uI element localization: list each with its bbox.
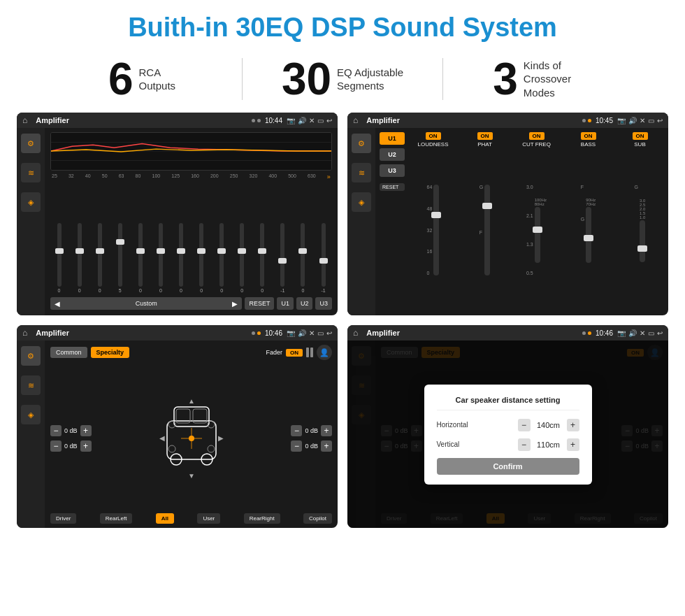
status-title-2: Amplifier [366,116,578,124]
dialog-vertical-label: Vertical [437,440,460,448]
preset-u1[interactable]: U1 [380,132,405,145]
sub-freq: G [635,185,638,275]
fader-content: Common Specialty Fader ON 👤 [45,341,338,528]
phat-slider[interactable] [484,185,490,275]
eq-slider-1: 0 [50,223,68,293]
home-icon-4[interactable]: ⌂ [353,328,358,338]
channel-cutfreq: ON CUT FREQ 3.02.11.30.5 100Hz80Hz [512,132,561,311]
eq-sidebar-btn-2[interactable]: ≋ [21,163,41,182]
dialog-vertical-row: Vertical − 110cm + [437,438,579,451]
horizontal-minus[interactable]: − [518,419,531,431]
fader-fl-row: − 0 dB + [50,425,92,436]
eq-sidebar-btn-3[interactable]: ◈ [21,192,41,212]
eq-right-arrow[interactable]: ▶ [232,300,238,308]
loudness-slider[interactable] [433,185,439,275]
bass-slider[interactable] [586,207,591,263]
dot-4 [588,119,591,122]
fader-rl-plus[interactable]: + [80,440,92,452]
dot-3 [582,119,586,122]
btn-all[interactable]: All [156,513,174,524]
preset-u2[interactable]: U2 [380,148,405,161]
btn-rearright[interactable]: RearRight [244,513,280,524]
dialog-vertical-control: − 110cm + [518,438,579,451]
status-title-3: Amplifier [36,329,247,337]
fader-sidebar-btn-2[interactable]: ≋ [21,375,41,395]
horizontal-plus[interactable]: + [567,419,579,431]
fader-settings-icon[interactable]: 👤 [317,345,332,360]
fader-sidebar-btn-1[interactable]: ⚙ [21,346,41,366]
fader-fl-plus[interactable]: + [80,425,92,436]
confirm-button[interactable]: Confirm [437,458,579,475]
dialog-horizontal-label: Horizontal [437,421,468,429]
fader-rr-val: 0 dB [305,443,318,450]
cutfreq-slider[interactable] [535,207,540,263]
vertical-minus[interactable]: − [518,438,531,451]
eq-sidebar-btn-1[interactable]: ⚙ [21,134,41,153]
btn-user[interactable]: User [197,513,220,524]
fader-tabs: Common Specialty Fader ON 👤 [50,345,332,360]
eq-sidebar: ⚙ ≋ ◈ [17,128,45,315]
eq-u2-btn[interactable]: U2 [296,297,313,310]
window-icon-2: ▭ [648,117,654,124]
home-icon-3[interactable]: ⌂ [22,328,27,338]
dialog-horizontal-control: − 140cm + [518,419,579,431]
eq-reset-btn[interactable]: RESET [245,297,274,310]
eq-sliders: 0 0 0 5 0 0 0 0 0 0 0 -1 0 -1 [50,183,332,293]
camera-icon-3: 📷 [287,329,295,337]
cross-sidebar-btn-2[interactable]: ≋ [352,163,371,182]
vertical-plus[interactable]: + [567,438,579,451]
fader-fr-minus[interactable]: − [291,425,302,436]
sub-slider[interactable] [640,220,645,262]
home-icon-1[interactable]: ⌂ [22,115,27,125]
window-icon-3: ▭ [317,329,324,337]
channel-loudness: ON LOUDNESS 644832160 [409,132,457,311]
status-dots-4 [582,331,591,335]
close-icon-3: ✕ [309,329,315,337]
status-title-1: Amplifier [36,116,247,124]
status-dots-1 [252,119,261,122]
status-icons-1: 📷 🔊 ✕ ▭ ↩ [287,117,332,124]
fader-on-toggle[interactable]: ON [286,349,303,357]
eq-u1-btn[interactable]: U1 [277,297,294,310]
preset-u3[interactable]: U3 [380,164,405,177]
stat-label-crossover: Kinds ofCrossover Modes [524,59,593,100]
cutfreq-on[interactable]: ON [529,132,545,140]
volume-icon-2: 🔊 [628,117,637,124]
dot-5 [252,331,255,335]
status-bar-4: ⌂ Amplifier 10:46 📷 🔊 ✕ ▭ ↩ [347,325,668,341]
fader-rr-plus[interactable]: + [321,440,332,452]
btn-rearleft[interactable]: RearLeft [100,513,133,524]
eq-u3-btn[interactable]: U3 [315,297,332,310]
home-icon-2[interactable]: ⌂ [353,115,358,125]
eq-slider-10: 0 [233,223,251,293]
fader-tab-specialty[interactable]: Specialty [91,347,130,358]
dialog-overlay: Car speaker distance setting Horizontal … [347,341,668,528]
crossover-reset[interactable]: RESET [380,183,405,191]
stat-eq: 30 EQ AdjustableSegments [243,57,442,101]
eq-custom-btn[interactable]: ◀ Custom ▶ [50,297,242,310]
vertical-value: 110cm [535,440,563,449]
crossover-main: ⚙ ≋ ◈ U1 U2 U3 RESET ON LOUDNESS [347,128,668,315]
phat-on[interactable]: ON [477,132,493,140]
fader-sidebar-btn-3[interactable]: ◈ [21,405,41,424]
close-icon: ✕ [309,117,315,124]
cutfreq-slider-area: 3.02.11.30.5 100Hz80Hz [526,149,547,311]
fader-fl-val: 0 dB [64,427,78,434]
eq-left-arrow[interactable]: ◀ [55,300,60,308]
loudness-on[interactable]: ON [426,132,441,140]
eq-slider-14: -1 [315,223,332,293]
volume-icon-3: 🔊 [298,329,306,337]
bass-on[interactable]: ON [581,132,596,140]
fader-fr-plus[interactable]: + [321,425,332,436]
cross-sidebar-btn-1[interactable]: ⚙ [352,134,371,153]
cross-sidebar-btn-3[interactable]: ◈ [352,192,371,212]
crossover-sidebar: ⚙ ≋ ◈ [347,128,375,315]
fader-fl-minus[interactable]: − [50,425,62,436]
fader-rr-minus[interactable]: − [291,440,302,452]
eq-slider-6: 0 [152,223,169,293]
btn-driver[interactable]: Driver [50,513,76,524]
sub-on[interactable]: ON [633,132,648,140]
fader-rl-minus[interactable]: − [50,440,62,452]
btn-copilot[interactable]: Copilot [303,513,332,524]
fader-tab-common[interactable]: Common [50,347,87,358]
